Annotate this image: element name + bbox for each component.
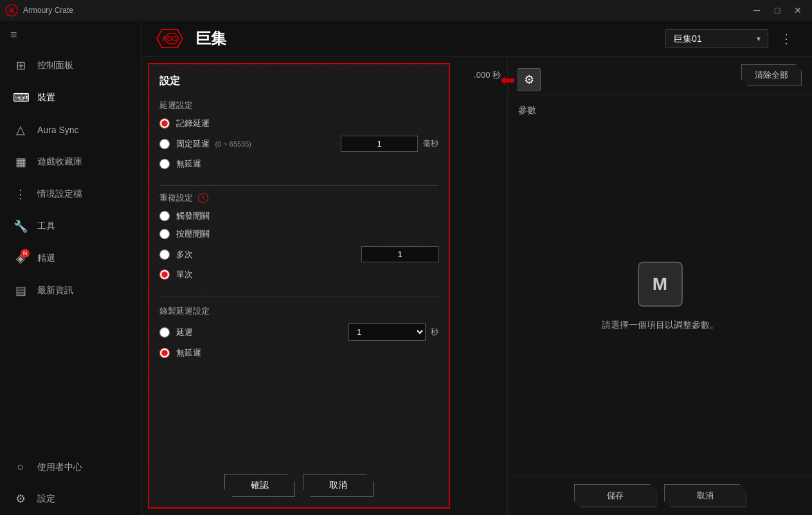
sidebar-item-settings[interactable]: ⚙ 設定 xyxy=(0,483,141,515)
news-icon: ▤ xyxy=(13,284,28,298)
record-delay-radio[interactable] xyxy=(159,118,170,129)
devices-icon: ⌨ xyxy=(13,91,28,105)
sidebar-item-aura-sync[interactable]: △ Aura Sync xyxy=(0,114,141,146)
sidebar-top: ≡ xyxy=(0,21,141,50)
no-record-delay-option[interactable]: 無延遲 xyxy=(159,347,438,359)
fixed-delay-radio[interactable] xyxy=(159,139,170,149)
repeat-section-title: 重複設定 xyxy=(159,192,193,204)
single-option[interactable]: 單次 xyxy=(159,269,438,280)
macro-m-icon: M xyxy=(638,262,683,307)
delay-opt-radio[interactable] xyxy=(159,327,170,338)
divider-2 xyxy=(159,296,438,296)
maximize-button[interactable]: □ xyxy=(768,3,786,17)
macro-select[interactable]: 巨集01 巨集02 巨集03 xyxy=(665,29,768,48)
no-delay-label: 無延遲 xyxy=(176,158,201,170)
param-hint: 請選擇一個項目以調整參數。 xyxy=(602,320,719,331)
featured-badge: N xyxy=(21,249,30,258)
no-delay-radio[interactable] xyxy=(159,159,170,169)
tools-icon: 🔧 xyxy=(13,219,28,233)
trigger-radio[interactable] xyxy=(159,211,170,221)
sidebar-label-settings: 設定 xyxy=(37,493,55,505)
multiple-label: 多次 xyxy=(176,249,193,260)
multiple-input[interactable] xyxy=(361,246,438,262)
sidebar-item-control-panel[interactable]: ⊞ 控制面板 xyxy=(0,50,141,82)
main-header: ROG 巨集 巨集01 巨集02 巨集03 ⋮ xyxy=(141,21,812,57)
minimize-button[interactable]: ─ xyxy=(748,3,766,17)
delay-radio-group: 記錄延遲 固定延遲 (0 ~ 65535) xyxy=(159,118,438,170)
no-record-delay-radio[interactable] xyxy=(159,348,170,358)
delay-section-title: 延遲設定 xyxy=(159,100,438,111)
sidebar-item-news[interactable]: ▤ 最新資訊 xyxy=(0,275,141,307)
scenarios-icon: ⋮ xyxy=(13,187,28,201)
repeat-section-row: 重複設定 ! xyxy=(159,192,438,204)
main-content: ROG 巨集 巨集01 巨集02 巨集03 ⋮ .000 秒 設定 xyxy=(141,21,812,515)
sidebar-item-devices[interactable]: ⌨ 裝置 xyxy=(0,82,141,114)
arrow-icon: ⬅ xyxy=(500,69,515,91)
macro-select-wrapper: 巨集01 巨集02 巨集03 xyxy=(665,29,768,48)
record-delay-unit: 秒 xyxy=(431,327,438,338)
dialog-cancel-button[interactable]: 取消 xyxy=(303,474,374,497)
hold-radio[interactable] xyxy=(159,229,170,239)
record-delay-option[interactable]: 記錄延遲 xyxy=(159,118,438,129)
sidebar-label-control-panel: 控制面板 xyxy=(37,60,73,71)
app-logo-icon: R xyxy=(5,4,18,17)
sidebar-label-news: 最新資訊 xyxy=(37,285,73,296)
titlebar: R Armoury Crate ─ □ ✕ xyxy=(0,0,812,21)
delay-opt-label: 延遲 xyxy=(176,327,193,338)
sidebar-bottom: ○ 使用者中心 ⚙ 設定 xyxy=(0,451,141,515)
titlebar-left: R Armoury Crate xyxy=(5,4,73,17)
fixed-delay-option[interactable]: 固定延遲 (0 ~ 65535) xyxy=(159,138,251,150)
titlebar-controls: ─ □ ✕ xyxy=(748,3,807,17)
left-panel: .000 秒 設定 延遲設定 記錄延遲 xyxy=(141,57,508,515)
save-button[interactable]: 儲存 xyxy=(574,484,656,507)
sidebar-label-tools: 工具 xyxy=(37,221,55,232)
hold-option[interactable]: 按壓開關 xyxy=(159,228,438,240)
svg-text:R: R xyxy=(9,7,14,14)
info-icon: ! xyxy=(198,193,208,203)
right-content: 參數 M 請選擇一個項目以調整參數。 xyxy=(508,95,812,476)
aura-sync-icon: △ xyxy=(13,123,28,137)
trigger-option[interactable]: 觸發開關 xyxy=(159,210,438,222)
sidebar-label-featured: 精選 xyxy=(37,253,55,264)
fixed-delay-input[interactable] xyxy=(341,136,418,152)
sidebar-item-tools[interactable]: 🔧 工具 xyxy=(0,210,141,242)
sidebar-item-featured[interactable]: ◈ 精選 N xyxy=(0,242,141,275)
fixed-delay-row: 固定延遲 (0 ~ 65535) 毫秒 xyxy=(159,136,438,152)
game-library-icon: ▦ xyxy=(13,155,28,169)
more-options-button[interactable]: ⋮ xyxy=(775,28,799,49)
settings-icon: ⚙ xyxy=(13,492,28,506)
page-title: 巨集 xyxy=(195,28,226,49)
hamburger-menu-button[interactable]: ≡ xyxy=(10,28,17,41)
app-title: Armoury Crate xyxy=(23,6,73,15)
sidebar-item-scenarios[interactable]: ⋮ 情境設定檔 xyxy=(0,178,141,210)
rog-logo-icon: ROG xyxy=(154,27,185,50)
sidebar-item-game-library[interactable]: ▦ 遊戲收藏庫 xyxy=(0,146,141,178)
delay-opt-input-row: 1 2 3 秒 xyxy=(348,323,438,341)
dialog-footer: 確認 取消 xyxy=(159,474,438,497)
cancel-button[interactable]: 取消 xyxy=(664,484,746,507)
no-delay-option[interactable]: 無延遲 xyxy=(159,158,438,170)
header-left: ROG 巨集 xyxy=(154,27,226,50)
record-delay-label: 記錄延遲 xyxy=(176,118,210,129)
single-radio[interactable] xyxy=(159,269,170,280)
user-center-icon: ○ xyxy=(13,460,28,474)
confirm-button[interactable]: 確認 xyxy=(224,474,295,497)
multiple-row: 多次 xyxy=(159,246,438,262)
param-title: 參數 xyxy=(518,105,802,116)
sidebar-item-user-center[interactable]: ○ 使用者中心 xyxy=(0,451,141,483)
fixed-delay-unit: 毫秒 xyxy=(423,138,438,149)
record-delay-radio-group: 延遲 1 2 3 秒 xyxy=(159,323,438,359)
delay-opt-option[interactable]: 延遲 xyxy=(159,327,193,338)
time-display: .000 秒 xyxy=(474,69,501,81)
multiple-radio[interactable] xyxy=(159,249,170,260)
close-button[interactable]: ✕ xyxy=(789,3,807,17)
gear-button[interactable]: ⚙ xyxy=(518,68,541,91)
delay-opt-row: 延遲 1 2 3 秒 xyxy=(159,323,438,341)
clear-all-button[interactable]: 清除全部 xyxy=(741,64,802,86)
no-record-delay-label: 無延遲 xyxy=(176,347,201,359)
trigger-label: 觸發開關 xyxy=(176,210,210,222)
record-delay-dropdown[interactable]: 1 2 3 xyxy=(348,323,426,341)
sidebar-label-devices: 裝置 xyxy=(37,92,55,104)
right-panel: 清除全部 參數 M 請選擇一個項目以調整參數。 儲存 取消 xyxy=(508,57,812,515)
multiple-option[interactable]: 多次 xyxy=(159,249,193,260)
